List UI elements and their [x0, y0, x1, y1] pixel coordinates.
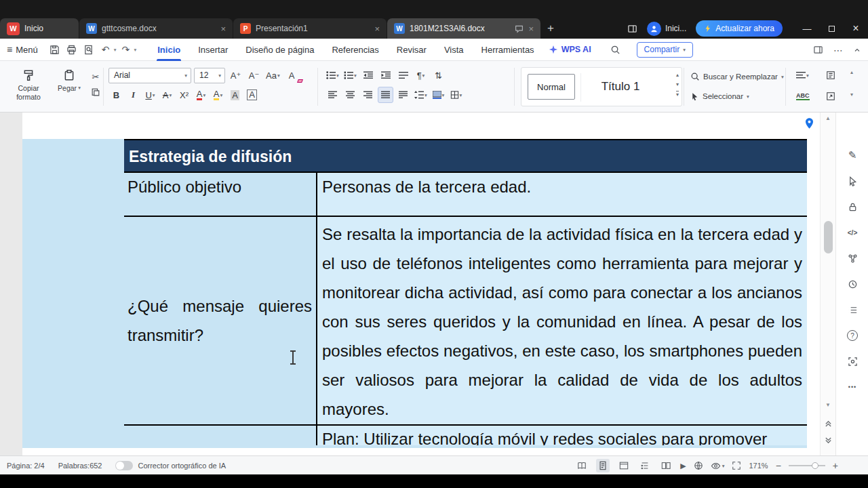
font-name-combo[interactable]: Arial ▾	[108, 68, 191, 83]
web-layout-icon[interactable]	[617, 459, 631, 472]
help-icon[interactable]: ?	[836, 323, 868, 348]
borders-button[interactable]: ▾	[448, 87, 464, 103]
redo-icon[interactable]: ↷	[118, 42, 133, 57]
new-tab-button[interactable]: +	[540, 18, 561, 39]
search-icon[interactable]	[610, 45, 620, 55]
menu-tab-vista[interactable]: Vista	[435, 39, 473, 61]
multipage-view-icon[interactable]	[659, 459, 673, 472]
undo-icon[interactable]: ↶	[98, 42, 113, 57]
spell-check-button[interactable]: ABC	[795, 88, 811, 104]
align-right-button[interactable]	[360, 87, 376, 103]
char-border-button[interactable]: A	[244, 87, 260, 103]
table-cell-label[interactable]: Público objetivo	[124, 173, 317, 216]
more-options-icon[interactable]: ⋯	[833, 45, 843, 56]
screen-capture-icon[interactable]	[836, 348, 868, 374]
menu-tab-inicio[interactable]: Inicio	[149, 39, 189, 61]
more-tools-icon[interactable]: •••	[836, 374, 868, 400]
edit-pen-icon[interactable]: ✎	[836, 142, 868, 168]
cut-icon[interactable]: ✂	[92, 72, 100, 82]
eye-protect-button[interactable]: ▾	[711, 461, 725, 471]
document-tab-3-active[interactable]: W 1801M21S3Al6.docx ×	[387, 18, 540, 39]
zoom-in-button[interactable]: +	[833, 460, 838, 471]
window-layout-icon[interactable]	[627, 24, 637, 34]
table-cell-content[interactable]: Plan: Utilizar tecnología móvil y redes …	[317, 426, 807, 445]
style-heading1[interactable]: Título 1	[585, 74, 656, 100]
table-cell-label[interactable]	[124, 426, 317, 445]
scroll-down-icon[interactable]: ▼	[821, 402, 835, 408]
format-painter-button[interactable]: Copiar formato	[9, 64, 47, 108]
table-header-cell[interactable]: Estrategia de difusión	[124, 140, 807, 173]
shrink-font-button[interactable]: A⁻	[246, 67, 262, 83]
home-tab[interactable]: W Inicio	[0, 18, 79, 39]
ai-spellcheck-toggle[interactable]: Corrector ortográfico de IA	[115, 461, 226, 470]
wps-ai-button[interactable]: WPS AI	[549, 45, 591, 54]
sort-button[interactable]: ⇅	[431, 67, 446, 83]
distribute-button[interactable]	[395, 87, 411, 103]
increase-indent-button[interactable]	[378, 67, 393, 83]
lock-icon[interactable]	[836, 194, 868, 220]
clear-format-button[interactable]: A	[284, 67, 300, 83]
styles-scroll-down-icon[interactable]: ▾	[676, 81, 679, 87]
line-spacing-button[interactable]: ▾	[413, 87, 429, 103]
update-now-button[interactable]: Actualizar ahora	[696, 20, 783, 37]
text-direction-button[interactable]: ▾	[795, 67, 810, 83]
align-center-button[interactable]	[342, 87, 358, 103]
export-button[interactable]	[823, 88, 839, 104]
grow-font-button[interactable]: A⁺	[228, 67, 243, 83]
italic-button[interactable]: I	[125, 87, 141, 103]
bullets-button[interactable]: ▾	[325, 67, 340, 83]
underline-button[interactable]: U▾	[142, 87, 158, 103]
history-clock-icon[interactable]	[836, 271, 868, 297]
justify-button[interactable]	[378, 87, 393, 103]
task-pane-icon[interactable]	[813, 45, 823, 55]
web-preview-icon[interactable]	[694, 461, 703, 470]
char-shading-button[interactable]: A	[227, 87, 243, 103]
print-layout-icon[interactable]	[596, 459, 610, 472]
bold-button[interactable]: B	[108, 87, 124, 103]
table-cell-content[interactable]: Personas de la tercera edad.	[317, 173, 807, 216]
menu-tab-herramientas[interactable]: Herramientas	[473, 39, 543, 61]
numbering-button[interactable]: ▾	[342, 67, 358, 83]
undo-caret-icon[interactable]: ▾	[114, 47, 117, 53]
document-tab-2[interactable]: P Presentación1 ×	[233, 18, 387, 39]
ribbon-scroll-up-icon[interactable]: ▴	[850, 69, 853, 75]
collapse-ribbon-icon[interactable]	[853, 46, 861, 54]
styles-scroll-up-icon[interactable]: ▴	[676, 72, 679, 78]
strikethrough-button[interactable]: A▾	[159, 87, 175, 103]
page-indicator[interactable]: Página: 2/4	[7, 462, 45, 470]
zoom-out-button[interactable]: −	[776, 460, 781, 471]
document-area[interactable]: Estrategia de difusión Público objetivo …	[0, 113, 835, 455]
close-tab-icon[interactable]: ×	[374, 24, 380, 34]
profile-button[interactable]: Inici...	[647, 22, 686, 36]
menu-tab-referencias[interactable]: Referencias	[323, 39, 387, 61]
close-tab-icon[interactable]: ×	[220, 24, 226, 34]
close-window-button[interactable]: ×	[844, 18, 868, 39]
next-page-icon[interactable]	[821, 437, 835, 445]
zoom-slider[interactable]	[789, 465, 825, 466]
document-table[interactable]: Estrategia de difusión Público objetivo …	[124, 139, 807, 445]
align-left-button[interactable]	[325, 87, 340, 103]
vertical-scrollbar[interactable]: ▲ ▼	[820, 113, 835, 455]
share-nodes-icon[interactable]	[836, 245, 868, 271]
toggle-switch[interactable]	[115, 461, 133, 470]
copy-icon[interactable]	[91, 87, 100, 97]
shading-color-button[interactable]: ▾	[431, 87, 446, 103]
select-tool-icon[interactable]	[836, 168, 868, 194]
main-menu-button[interactable]: ≡ Menú	[7, 44, 38, 55]
menu-tab-diseno[interactable]: Diseño de página	[237, 39, 323, 61]
redo-caret-icon[interactable]: ▾	[134, 47, 136, 53]
maximize-button[interactable]	[819, 18, 844, 39]
presentation-play-icon[interactable]: ▶	[680, 462, 686, 470]
tab-comment-icon[interactable]	[515, 24, 524, 33]
superscript-button[interactable]: X²	[176, 87, 192, 103]
save-icon[interactable]	[47, 42, 62, 57]
print-icon[interactable]	[64, 42, 79, 57]
styles-more-icon[interactable]: ▾	[676, 91, 679, 98]
select-button[interactable]: Seleccionar ▾	[690, 88, 784, 104]
close-tab-icon[interactable]: ×	[528, 24, 534, 34]
paragraph-mark-button[interactable]: ¶▾	[413, 67, 429, 83]
share-button[interactable]: Compartir ▾	[637, 42, 693, 58]
style-normal[interactable]: Normal	[528, 74, 575, 100]
previous-page-icon[interactable]	[821, 420, 835, 427]
menu-tab-revisar[interactable]: Revisar	[388, 39, 435, 61]
